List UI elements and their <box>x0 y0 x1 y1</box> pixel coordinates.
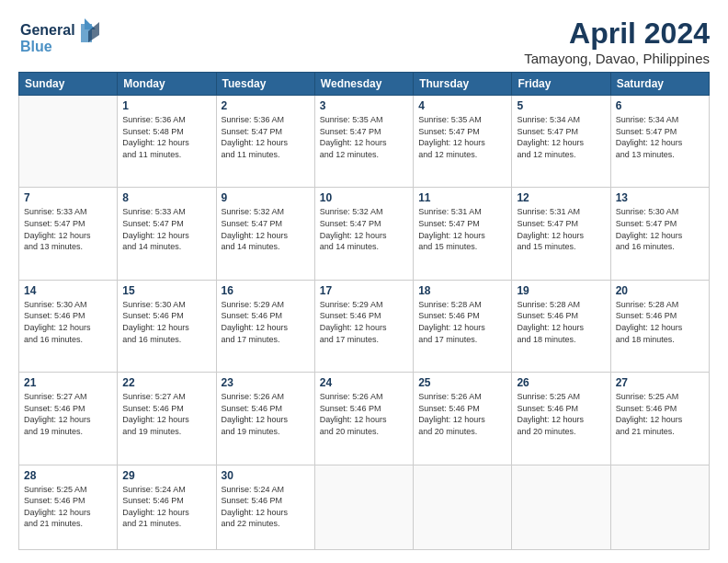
calendar-cell: 29Sunrise: 5:24 AM Sunset: 5:46 PM Dayli… <box>118 465 216 549</box>
svg-text:Blue: Blue <box>20 39 52 54</box>
calendar-cell: 16Sunrise: 5:29 AM Sunset: 5:46 PM Dayli… <box>216 280 314 372</box>
calendar-cell: 12Sunrise: 5:31 AM Sunset: 5:47 PM Dayli… <box>512 188 610 280</box>
logo-svg: General Blue <box>18 17 101 57</box>
day-number: 15 <box>122 284 210 297</box>
calendar-body: 1Sunrise: 5:36 AM Sunset: 5:48 PM Daylig… <box>19 96 710 550</box>
calendar-cell <box>610 465 709 549</box>
day-info: Sunrise: 5:28 AM Sunset: 5:46 PM Dayligh… <box>418 299 506 345</box>
day-number: 25 <box>418 376 506 389</box>
week-row-2: 7Sunrise: 5:33 AM Sunset: 5:47 PM Daylig… <box>19 188 710 280</box>
calendar-cell: 25Sunrise: 5:26 AM Sunset: 5:46 PM Dayli… <box>414 373 512 465</box>
col-sunday: Sunday <box>19 73 118 96</box>
day-number: 29 <box>122 469 210 482</box>
day-number: 11 <box>418 191 506 204</box>
calendar-cell: 19Sunrise: 5:28 AM Sunset: 5:46 PM Dayli… <box>512 280 610 372</box>
calendar-cell: 8Sunrise: 5:33 AM Sunset: 5:47 PM Daylig… <box>118 188 216 280</box>
day-info: Sunrise: 5:28 AM Sunset: 5:46 PM Dayligh… <box>517 299 605 345</box>
calendar-cell: 10Sunrise: 5:32 AM Sunset: 5:47 PM Dayli… <box>314 188 413 280</box>
calendar-cell: 3Sunrise: 5:35 AM Sunset: 5:47 PM Daylig… <box>314 96 413 188</box>
day-info: Sunrise: 5:31 AM Sunset: 5:47 PM Dayligh… <box>418 206 506 252</box>
day-number: 1 <box>122 99 210 112</box>
day-number: 14 <box>24 284 112 297</box>
day-info: Sunrise: 5:35 AM Sunset: 5:47 PM Dayligh… <box>320 114 408 160</box>
week-row-5: 28Sunrise: 5:25 AM Sunset: 5:46 PM Dayli… <box>19 465 710 549</box>
day-number: 18 <box>418 284 506 297</box>
day-info: Sunrise: 5:27 AM Sunset: 5:46 PM Dayligh… <box>24 391 112 437</box>
day-info: Sunrise: 5:30 AM Sunset: 5:46 PM Dayligh… <box>24 299 112 345</box>
day-number: 22 <box>122 376 210 389</box>
week-row-1: 1Sunrise: 5:36 AM Sunset: 5:48 PM Daylig… <box>19 96 710 188</box>
day-info: Sunrise: 5:31 AM Sunset: 5:47 PM Dayligh… <box>517 206 605 252</box>
day-number: 13 <box>616 191 704 204</box>
header: General Blue April 2024 Tamayong, Davao,… <box>18 17 710 66</box>
col-wednesday: Wednesday <box>314 73 413 96</box>
day-info: Sunrise: 5:33 AM Sunset: 5:47 PM Dayligh… <box>122 206 210 252</box>
day-number: 2 <box>222 99 310 112</box>
day-number: 27 <box>616 376 704 389</box>
day-number: 9 <box>222 191 310 204</box>
day-info: Sunrise: 5:34 AM Sunset: 5:47 PM Dayligh… <box>616 114 704 160</box>
day-info: Sunrise: 5:32 AM Sunset: 5:47 PM Dayligh… <box>222 206 310 252</box>
calendar-cell: 14Sunrise: 5:30 AM Sunset: 5:46 PM Dayli… <box>19 280 118 372</box>
day-number: 30 <box>222 469 310 482</box>
day-info: Sunrise: 5:32 AM Sunset: 5:47 PM Dayligh… <box>320 206 408 252</box>
day-number: 3 <box>320 99 408 112</box>
day-info: Sunrise: 5:30 AM Sunset: 5:46 PM Dayligh… <box>122 299 210 345</box>
day-info: Sunrise: 5:27 AM Sunset: 5:46 PM Dayligh… <box>122 391 210 437</box>
calendar-cell: 26Sunrise: 5:25 AM Sunset: 5:46 PM Dayli… <box>512 373 610 465</box>
day-info: Sunrise: 5:26 AM Sunset: 5:46 PM Dayligh… <box>222 391 310 437</box>
day-number: 8 <box>122 191 210 204</box>
day-number: 21 <box>24 376 112 389</box>
day-info: Sunrise: 5:24 AM Sunset: 5:46 PM Dayligh… <box>122 484 210 530</box>
day-info: Sunrise: 5:29 AM Sunset: 5:46 PM Dayligh… <box>222 299 310 345</box>
day-info: Sunrise: 5:33 AM Sunset: 5:47 PM Dayligh… <box>24 206 112 252</box>
calendar-cell: 11Sunrise: 5:31 AM Sunset: 5:47 PM Dayli… <box>414 188 512 280</box>
title-block: April 2024 Tamayong, Davao, Philippines <box>524 17 710 66</box>
col-saturday: Saturday <box>610 73 709 96</box>
day-number: 26 <box>517 376 605 389</box>
calendar-cell <box>512 465 610 549</box>
day-number: 28 <box>24 469 112 482</box>
calendar-cell: 18Sunrise: 5:28 AM Sunset: 5:46 PM Dayli… <box>414 280 512 372</box>
col-friday: Friday <box>512 73 610 96</box>
calendar-cell: 7Sunrise: 5:33 AM Sunset: 5:47 PM Daylig… <box>19 188 118 280</box>
day-number: 17 <box>320 284 408 297</box>
day-info: Sunrise: 5:25 AM Sunset: 5:46 PM Dayligh… <box>517 391 605 437</box>
day-number: 10 <box>320 191 408 204</box>
day-info: Sunrise: 5:28 AM Sunset: 5:46 PM Dayligh… <box>616 299 704 345</box>
day-number: 6 <box>616 99 704 112</box>
calendar-cell: 23Sunrise: 5:26 AM Sunset: 5:46 PM Dayli… <box>216 373 314 465</box>
calendar-cell: 5Sunrise: 5:34 AM Sunset: 5:47 PM Daylig… <box>512 96 610 188</box>
calendar-cell: 17Sunrise: 5:29 AM Sunset: 5:46 PM Dayli… <box>314 280 413 372</box>
day-number: 12 <box>517 191 605 204</box>
day-info: Sunrise: 5:25 AM Sunset: 5:46 PM Dayligh… <box>616 391 704 437</box>
day-info: Sunrise: 5:29 AM Sunset: 5:46 PM Dayligh… <box>320 299 408 345</box>
day-info: Sunrise: 5:36 AM Sunset: 5:48 PM Dayligh… <box>122 114 210 160</box>
calendar-cell: 2Sunrise: 5:36 AM Sunset: 5:47 PM Daylig… <box>216 96 314 188</box>
day-number: 23 <box>222 376 310 389</box>
day-number: 4 <box>418 99 506 112</box>
calendar-cell: 9Sunrise: 5:32 AM Sunset: 5:47 PM Daylig… <box>216 188 314 280</box>
day-info: Sunrise: 5:25 AM Sunset: 5:46 PM Dayligh… <box>24 484 112 530</box>
calendar-cell: 22Sunrise: 5:27 AM Sunset: 5:46 PM Dayli… <box>118 373 216 465</box>
calendar-table: Sunday Monday Tuesday Wednesday Thursday… <box>18 72 710 550</box>
day-number: 19 <box>517 284 605 297</box>
col-monday: Monday <box>118 73 216 96</box>
calendar-cell <box>414 465 512 549</box>
week-row-3: 14Sunrise: 5:30 AM Sunset: 5:46 PM Dayli… <box>19 280 710 372</box>
calendar-cell: 4Sunrise: 5:35 AM Sunset: 5:47 PM Daylig… <box>414 96 512 188</box>
calendar-cell: 28Sunrise: 5:25 AM Sunset: 5:46 PM Dayli… <box>19 465 118 549</box>
header-row: Sunday Monday Tuesday Wednesday Thursday… <box>19 73 710 96</box>
calendar-cell: 1Sunrise: 5:36 AM Sunset: 5:48 PM Daylig… <box>118 96 216 188</box>
calendar-header: Sunday Monday Tuesday Wednesday Thursday… <box>19 73 710 96</box>
calendar-cell: 24Sunrise: 5:26 AM Sunset: 5:46 PM Dayli… <box>314 373 413 465</box>
calendar-cell: 21Sunrise: 5:27 AM Sunset: 5:46 PM Dayli… <box>19 373 118 465</box>
calendar-cell <box>19 96 118 188</box>
week-row-4: 21Sunrise: 5:27 AM Sunset: 5:46 PM Dayli… <box>19 373 710 465</box>
calendar-cell: 15Sunrise: 5:30 AM Sunset: 5:46 PM Dayli… <box>118 280 216 372</box>
svg-text:General: General <box>20 22 75 38</box>
calendar-cell: 20Sunrise: 5:28 AM Sunset: 5:46 PM Dayli… <box>610 280 709 372</box>
logo: General Blue <box>18 17 101 57</box>
day-number: 20 <box>616 284 704 297</box>
day-info: Sunrise: 5:35 AM Sunset: 5:47 PM Dayligh… <box>418 114 506 160</box>
